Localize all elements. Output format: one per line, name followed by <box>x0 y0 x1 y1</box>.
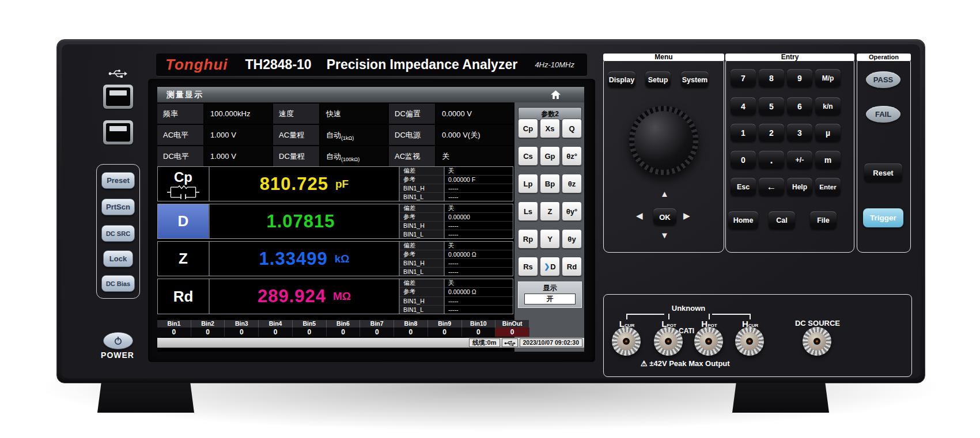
bin1l-label: BIN1_L <box>400 193 444 201</box>
dev-value: 关 <box>445 242 513 250</box>
usb-port-2[interactable] <box>103 120 133 144</box>
param-value-ac-monitor[interactable]: 关 <box>436 146 513 166</box>
bin-header-row: Bin1 Bin2 Bin3 Bin4 Bin5 Bin6 Bin7 Bin8 … <box>157 320 529 327</box>
measurement-row-cp[interactable]: Cp 810.725 pF 偏差 参考 <box>157 166 513 201</box>
key-kn[interactable]: k/n <box>815 97 841 115</box>
arrow-down-key[interactable]: ▼ <box>660 230 669 240</box>
key-mp[interactable]: M/p <box>815 69 841 87</box>
func-key-theta-z-deg[interactable]: θz° <box>562 146 582 166</box>
param-value-dc-bias[interactable]: 0.0000 V <box>436 104 513 124</box>
func-key-q[interactable]: Q <box>562 119 582 138</box>
key-6[interactable]: 6 <box>787 97 812 115</box>
param-value-dc-source[interactable]: 0.000 V(关) <box>436 125 513 145</box>
key-decimal[interactable]: . <box>759 151 784 169</box>
help-key[interactable]: Help <box>787 178 812 196</box>
arrow-up-key[interactable]: ▲ <box>660 189 669 199</box>
arrow-right-key[interactable]: ▶ <box>683 211 690 221</box>
measurement-row-z[interactable]: Z 1.33499 kΩ 偏差 参考 BIN1_H BIN1_L 关 0.000… <box>157 241 513 276</box>
key-plus-minus[interactable]: +/- <box>787 151 812 169</box>
key-4[interactable]: 4 <box>731 97 756 115</box>
parallel-rc-circuit-icon <box>164 185 202 199</box>
param-value-frequency[interactable]: 100.000kHz <box>205 104 272 124</box>
rotary-knob[interactable] <box>629 106 698 175</box>
func-key-xs[interactable]: Xs <box>540 119 560 138</box>
key-3[interactable]: 3 <box>787 124 812 142</box>
func-key-theta-y-deg[interactable]: θy° <box>562 201 582 221</box>
bin7-header: Bin7 <box>360 320 394 327</box>
param-value-speed[interactable]: 快速 <box>320 104 388 124</box>
param-value-ac-range[interactable]: 自动 (1kΩ) <box>320 125 388 145</box>
device-foot-left <box>97 383 194 413</box>
bin10-count: 0 <box>462 327 496 337</box>
power-button[interactable] <box>103 332 133 349</box>
bin1h-label: BIN1_H <box>400 297 444 306</box>
esc-key[interactable]: Esc <box>731 178 756 196</box>
cp-dev-labels: 偏差 参考 BIN1_H BIN1_L <box>400 167 444 201</box>
func-key-d[interactable]: ❯ D <box>540 257 560 276</box>
arrow-left-key[interactable]: ◀ <box>636 211 643 221</box>
ok-button[interactable]: OK <box>653 208 676 225</box>
home-icon[interactable] <box>551 90 561 99</box>
measurement-row-rd[interactable]: Rd 289.924 MΩ 偏差 参考 BIN1_H BIN1_L 关 0.00… <box>157 279 513 314</box>
key-8[interactable]: 8 <box>759 69 784 87</box>
cal-key[interactable]: Cal <box>769 211 795 229</box>
key-1[interactable]: 1 <box>731 124 756 142</box>
measurement-value-z: 1.33499 kΩ <box>210 242 399 276</box>
param-label-ac-range: AC量程 <box>273 125 319 145</box>
model-number: TH2848-10 <box>245 57 312 73</box>
func-key-gp[interactable]: Gp <box>540 146 560 166</box>
prtscn-button[interactable]: PrtScn <box>101 199 135 215</box>
ref-label: 参考 <box>400 250 444 259</box>
trigger-button[interactable]: Trigger <box>863 208 903 227</box>
menu-panel-label: Menu <box>603 54 724 61</box>
key-2[interactable]: 2 <box>759 124 784 142</box>
usb-port-1[interactable] <box>103 85 133 109</box>
reset-button[interactable]: Reset <box>864 163 902 182</box>
system-button[interactable]: System <box>681 71 709 87</box>
home-key[interactable]: Home <box>728 211 758 229</box>
func-key-rd[interactable]: Rd <box>562 257 582 276</box>
dc-src-button[interactable]: DC SRC <box>101 225 135 242</box>
bin1-count: 0 <box>157 327 191 337</box>
key-9[interactable]: 9 <box>787 69 812 87</box>
backspace-key[interactable]: ← <box>759 178 784 196</box>
key-0[interactable]: 0 <box>731 151 756 169</box>
setup-button[interactable]: Setup <box>645 71 671 87</box>
lock-button[interactable]: Lock <box>103 250 133 267</box>
bin1h-value: ----- <box>445 222 513 230</box>
d-dev-labels: 偏差 参考 BIN1_H BIN1_L <box>400 204 444 238</box>
key-7[interactable]: 7 <box>731 69 756 87</box>
fail-indicator: FAIL <box>866 106 900 123</box>
func-key-rs[interactable]: Rs <box>518 257 538 276</box>
func-key-bp[interactable]: Bp <box>540 174 560 193</box>
func-key-y[interactable]: Y <box>540 229 560 249</box>
measurement-row-d[interactable]: D 1.07815 偏差 参考 BIN1_H BIN1_L 关 0.00000 … <box>157 204 513 239</box>
func-key-theta-y[interactable]: θy <box>562 229 582 249</box>
brand-band: Tonghui TH2848-10 Precision Impedance An… <box>156 54 587 77</box>
func-key-ls[interactable]: Ls <box>518 201 538 221</box>
func-key-cp[interactable]: Cp <box>518 119 538 138</box>
key-5[interactable]: 5 <box>759 97 784 115</box>
key-micro[interactable]: µ <box>815 124 841 142</box>
key-m[interactable]: m <box>815 151 841 169</box>
enter-key[interactable]: Enter <box>815 178 841 196</box>
func-key-rp[interactable]: Rp <box>518 229 538 249</box>
bin1l-label: BIN1_L <box>400 306 444 314</box>
display-on-button[interactable]: 开 <box>524 294 576 304</box>
bin7-count: 0 <box>360 327 394 337</box>
func-key-cs[interactable]: Cs <box>518 146 538 166</box>
display-button[interactable]: Display <box>608 71 635 87</box>
func-key-theta-z[interactable]: θz <box>562 174 582 193</box>
file-key[interactable]: File <box>810 211 837 229</box>
menu-panel: Menu Display Setup System ▲ ◀ OK ▶ ▼ <box>603 57 724 253</box>
param-value-dc-range[interactable]: 自动 (100kΩ) <box>320 146 388 166</box>
param-value-ac-level[interactable]: 1.000 V <box>205 125 272 145</box>
preset-button[interactable]: Preset <box>101 172 135 189</box>
dc-bias-button[interactable]: DC Bias <box>101 275 135 292</box>
param-value-dc-level[interactable]: 1.000 V <box>205 146 272 166</box>
func-key-lp[interactable]: Lp <box>518 174 538 193</box>
bin1h-label: BIN1_H <box>400 184 444 193</box>
bin-count-row: 0 0 0 0 0 0 0 0 0 0 0 <box>157 327 529 337</box>
dev-label: 偏差 <box>400 204 444 213</box>
func-key-z[interactable]: Z <box>540 201 560 221</box>
